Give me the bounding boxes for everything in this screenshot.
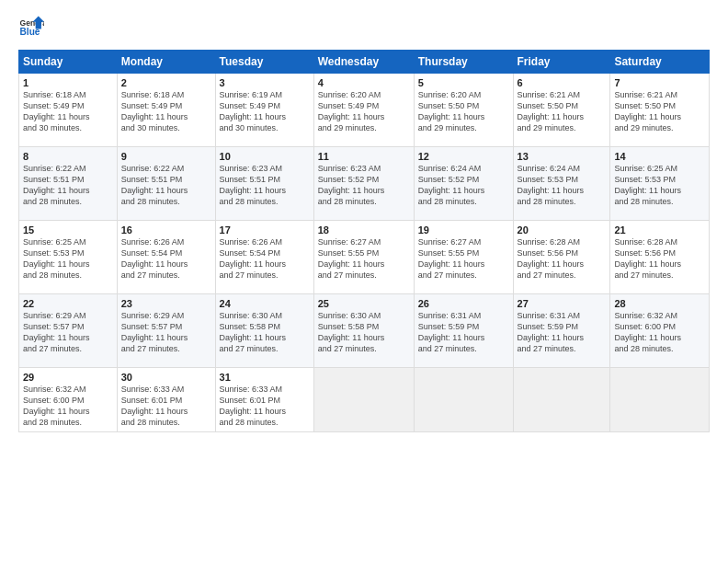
day-info: Sunrise: 6:31 AM Sunset: 5:59 PM Dayligh… [518, 310, 607, 355]
day-info: Sunrise: 6:27 AM Sunset: 5:55 PM Dayligh… [318, 236, 410, 282]
header: General Blue [18, 15, 710, 40]
day-number: 24 [220, 298, 310, 309]
calendar-header-wednesday: Wednesday [313, 51, 414, 74]
calendar-header-row: SundayMondayTuesdayWednesdayThursdayFrid… [19, 51, 710, 74]
day-info: Sunrise: 6:23 AM Sunset: 5:51 PM Dayligh… [220, 163, 310, 208]
calendar-cell [313, 368, 414, 432]
day-number: 31 [220, 372, 310, 383]
day-number: 20 [518, 224, 607, 236]
day-number: 10 [220, 151, 310, 162]
day-number: 28 [614, 298, 705, 309]
day-info: Sunrise: 6:23 AM Sunset: 5:52 PM Dayligh… [318, 163, 410, 208]
day-number: 14 [614, 151, 705, 162]
page: General Blue SundayMondayTuesdayWednesda… [0, 0, 728, 563]
day-info: Sunrise: 6:32 AM Sunset: 6:00 PM Dayligh… [614, 310, 705, 355]
logo: General Blue [18, 15, 44, 40]
day-number: 16 [121, 224, 211, 236]
calendar-cell: 26Sunrise: 6:31 AM Sunset: 5:59 PM Dayli… [414, 294, 513, 368]
day-info: Sunrise: 6:30 AM Sunset: 5:58 PM Dayligh… [318, 310, 410, 355]
day-number: 12 [418, 151, 509, 162]
day-number: 22 [23, 298, 113, 309]
day-info: Sunrise: 6:25 AM Sunset: 5:53 PM Dayligh… [23, 236, 113, 282]
day-number: 2 [121, 77, 211, 88]
day-number: 11 [318, 151, 410, 162]
day-info: Sunrise: 6:24 AM Sunset: 5:52 PM Dayligh… [418, 163, 509, 208]
day-number: 30 [121, 372, 211, 383]
day-info: Sunrise: 6:20 AM Sunset: 5:50 PM Dayligh… [418, 89, 509, 134]
calendar-cell: 4Sunrise: 6:20 AM Sunset: 5:49 PM Daylig… [313, 74, 414, 147]
day-info: Sunrise: 6:26 AM Sunset: 5:54 PM Dayligh… [220, 236, 310, 282]
calendar-cell: 6Sunrise: 6:21 AM Sunset: 5:50 PM Daylig… [513, 74, 610, 147]
calendar-cell: 15Sunrise: 6:25 AM Sunset: 5:53 PM Dayli… [19, 221, 118, 294]
day-number: 21 [614, 224, 705, 236]
calendar-cell: 14Sunrise: 6:25 AM Sunset: 5:53 PM Dayli… [610, 147, 710, 221]
day-number: 15 [23, 224, 113, 236]
calendar-cell: 9Sunrise: 6:22 AM Sunset: 5:51 PM Daylig… [117, 147, 215, 221]
calendar-cell: 17Sunrise: 6:26 AM Sunset: 5:54 PM Dayli… [215, 221, 313, 294]
day-number: 18 [318, 224, 410, 236]
calendar-cell: 12Sunrise: 6:24 AM Sunset: 5:52 PM Dayli… [414, 147, 513, 221]
calendar-cell: 1Sunrise: 6:18 AM Sunset: 5:49 PM Daylig… [19, 74, 118, 147]
calendar-header-thursday: Thursday [414, 51, 513, 74]
day-info: Sunrise: 6:18 AM Sunset: 5:49 PM Dayligh… [23, 89, 113, 134]
day-number: 4 [318, 77, 410, 88]
day-info: Sunrise: 6:24 AM Sunset: 5:53 PM Dayligh… [518, 163, 607, 208]
day-number: 6 [518, 77, 607, 88]
day-info: Sunrise: 6:21 AM Sunset: 5:50 PM Dayligh… [614, 89, 705, 134]
calendar-cell: 2Sunrise: 6:18 AM Sunset: 5:49 PM Daylig… [117, 74, 215, 147]
day-number: 27 [518, 298, 607, 309]
calendar-week-5: 29Sunrise: 6:32 AM Sunset: 6:00 PM Dayli… [19, 368, 710, 432]
calendar-cell: 16Sunrise: 6:26 AM Sunset: 5:54 PM Dayli… [117, 221, 215, 294]
day-info: Sunrise: 6:25 AM Sunset: 5:53 PM Dayligh… [614, 163, 705, 208]
day-number: 1 [23, 77, 113, 88]
day-number: 29 [23, 372, 113, 383]
calendar-cell: 30Sunrise: 6:33 AM Sunset: 6:01 PM Dayli… [117, 368, 215, 432]
day-number: 3 [220, 77, 310, 88]
day-info: Sunrise: 6:18 AM Sunset: 5:49 PM Dayligh… [121, 89, 211, 134]
day-info: Sunrise: 6:28 AM Sunset: 5:56 PM Dayligh… [614, 236, 705, 282]
calendar-header-monday: Monday [117, 51, 215, 74]
day-info: Sunrise: 6:27 AM Sunset: 5:55 PM Dayligh… [418, 236, 509, 282]
calendar-cell: 7Sunrise: 6:21 AM Sunset: 5:50 PM Daylig… [610, 74, 710, 147]
day-info: Sunrise: 6:21 AM Sunset: 5:50 PM Dayligh… [518, 89, 607, 134]
day-info: Sunrise: 6:33 AM Sunset: 6:01 PM Dayligh… [220, 384, 310, 429]
day-info: Sunrise: 6:29 AM Sunset: 5:57 PM Dayligh… [23, 310, 113, 355]
calendar-cell: 8Sunrise: 6:22 AM Sunset: 5:51 PM Daylig… [19, 147, 118, 221]
day-info: Sunrise: 6:28 AM Sunset: 5:56 PM Dayligh… [518, 236, 607, 282]
calendar-cell: 5Sunrise: 6:20 AM Sunset: 5:50 PM Daylig… [414, 74, 513, 147]
calendar-cell: 23Sunrise: 6:29 AM Sunset: 5:57 PM Dayli… [117, 294, 215, 368]
calendar-week-1: 1Sunrise: 6:18 AM Sunset: 5:49 PM Daylig… [19, 74, 710, 147]
calendar-cell: 18Sunrise: 6:27 AM Sunset: 5:55 PM Dayli… [313, 221, 414, 294]
calendar-cell: 28Sunrise: 6:32 AM Sunset: 6:00 PM Dayli… [610, 294, 710, 368]
day-info: Sunrise: 6:20 AM Sunset: 5:49 PM Dayligh… [318, 89, 410, 134]
calendar-cell: 10Sunrise: 6:23 AM Sunset: 5:51 PM Dayli… [215, 147, 313, 221]
calendar-cell: 25Sunrise: 6:30 AM Sunset: 5:58 PM Dayli… [313, 294, 414, 368]
calendar-week-3: 15Sunrise: 6:25 AM Sunset: 5:53 PM Dayli… [19, 221, 710, 294]
calendar-cell: 21Sunrise: 6:28 AM Sunset: 5:56 PM Dayli… [610, 221, 710, 294]
calendar-cell: 3Sunrise: 6:19 AM Sunset: 5:49 PM Daylig… [215, 74, 313, 147]
calendar-cell: 29Sunrise: 6:32 AM Sunset: 6:00 PM Dayli… [19, 368, 118, 432]
day-info: Sunrise: 6:32 AM Sunset: 6:00 PM Dayligh… [23, 384, 113, 429]
calendar-header-tuesday: Tuesday [215, 51, 313, 74]
logo-icon: General Blue [18, 15, 44, 40]
day-info: Sunrise: 6:22 AM Sunset: 5:51 PM Dayligh… [121, 163, 211, 208]
day-number: 8 [23, 151, 113, 162]
day-number: 19 [418, 224, 509, 236]
calendar-cell: 19Sunrise: 6:27 AM Sunset: 5:55 PM Dayli… [414, 221, 513, 294]
calendar-week-2: 8Sunrise: 6:22 AM Sunset: 5:51 PM Daylig… [19, 147, 710, 221]
day-number: 23 [121, 298, 211, 309]
day-info: Sunrise: 6:31 AM Sunset: 5:59 PM Dayligh… [418, 310, 509, 355]
day-number: 5 [418, 77, 509, 88]
day-info: Sunrise: 6:22 AM Sunset: 5:51 PM Dayligh… [23, 163, 113, 208]
day-info: Sunrise: 6:33 AM Sunset: 6:01 PM Dayligh… [121, 384, 211, 429]
day-number: 9 [121, 151, 211, 162]
day-number: 17 [220, 224, 310, 236]
calendar-week-4: 22Sunrise: 6:29 AM Sunset: 5:57 PM Dayli… [19, 294, 710, 368]
day-number: 13 [518, 151, 607, 162]
day-number: 26 [418, 298, 509, 309]
day-info: Sunrise: 6:19 AM Sunset: 5:49 PM Dayligh… [220, 89, 310, 134]
day-info: Sunrise: 6:26 AM Sunset: 5:54 PM Dayligh… [121, 236, 211, 282]
day-number: 25 [318, 298, 410, 309]
calendar-cell [610, 368, 710, 432]
calendar-cell: 24Sunrise: 6:30 AM Sunset: 5:58 PM Dayli… [215, 294, 313, 368]
